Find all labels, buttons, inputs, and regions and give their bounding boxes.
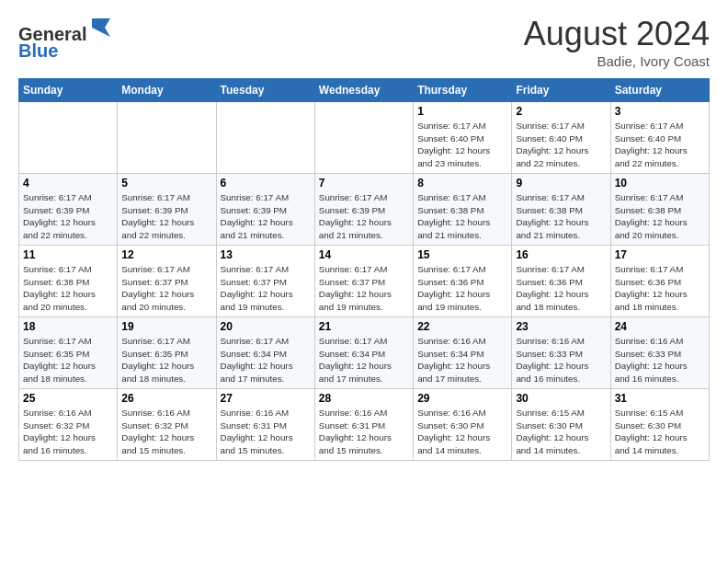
location-subtitle: Badie, Ivory Coast: [524, 53, 710, 69]
day-info: Sunrise: 6:17 AMSunset: 6:35 PMDaylight:…: [121, 335, 211, 385]
day-number: 27: [221, 392, 311, 405]
day-info: Sunrise: 6:16 AMSunset: 6:32 PMDaylight:…: [23, 407, 113, 457]
svg-marker-0: [92, 18, 110, 37]
table-row: 15Sunrise: 6:17 AMSunset: 6:36 PMDayligh…: [414, 246, 512, 317]
day-info: Sunrise: 6:17 AMSunset: 6:36 PMDaylight:…: [516, 263, 606, 314]
day-info: Sunrise: 6:17 AMSunset: 6:39 PMDaylight:…: [319, 191, 409, 242]
table-row: 12Sunrise: 6:17 AMSunset: 6:37 PMDayligh…: [118, 246, 216, 317]
table-row: 1Sunrise: 6:17 AMSunset: 6:40 PMDaylight…: [414, 102, 512, 174]
table-row: 14Sunrise: 6:17 AMSunset: 6:37 PMDayligh…: [314, 246, 413, 317]
table-row: 18Sunrise: 6:17 AMSunset: 6:35 PMDayligh…: [19, 317, 118, 389]
day-number: 2: [516, 105, 606, 118]
header-monday: Monday: [118, 79, 216, 102]
table-row: 25Sunrise: 6:16 AMSunset: 6:32 PMDayligh…: [19, 389, 118, 461]
day-number: 26: [121, 392, 211, 405]
day-info: Sunrise: 6:17 AMSunset: 6:38 PMDaylight:…: [417, 191, 507, 242]
day-info: Sunrise: 6:17 AMSunset: 6:36 PMDaylight:…: [615, 263, 705, 314]
table-row: 16Sunrise: 6:17 AMSunset: 6:36 PMDayligh…: [512, 246, 610, 317]
day-number: 20: [221, 320, 311, 333]
header-sunday: Sunday: [19, 79, 118, 102]
day-info: Sunrise: 6:17 AMSunset: 6:39 PMDaylight:…: [221, 191, 311, 242]
day-info: Sunrise: 6:15 AMSunset: 6:30 PMDaylight:…: [615, 407, 705, 457]
table-row: 13Sunrise: 6:17 AMSunset: 6:37 PMDayligh…: [216, 246, 314, 317]
table-row: 17Sunrise: 6:17 AMSunset: 6:36 PMDayligh…: [610, 246, 709, 317]
table-row: 19Sunrise: 6:17 AMSunset: 6:35 PMDayligh…: [118, 317, 216, 389]
day-number: 6: [221, 177, 311, 190]
table-row: 21Sunrise: 6:17 AMSunset: 6:34 PMDayligh…: [314, 317, 413, 389]
day-info: Sunrise: 6:17 AMSunset: 6:40 PMDaylight:…: [615, 120, 705, 170]
week-row-4: 18Sunrise: 6:17 AMSunset: 6:35 PMDayligh…: [19, 317, 710, 389]
weekday-header-row: Sunday Monday Tuesday Wednesday Thursday…: [19, 79, 710, 102]
header-wednesday: Wednesday: [314, 79, 413, 102]
day-number: 21: [319, 320, 409, 333]
table-row: 26Sunrise: 6:16 AMSunset: 6:32 PMDayligh…: [118, 389, 216, 461]
table-row: 27Sunrise: 6:16 AMSunset: 6:31 PMDayligh…: [216, 389, 314, 461]
day-info: Sunrise: 6:16 AMSunset: 6:31 PMDaylight:…: [221, 407, 311, 457]
week-row-2: 4Sunrise: 6:17 AMSunset: 6:39 PMDaylight…: [19, 174, 710, 246]
day-number: 31: [615, 392, 705, 405]
logo-flag-icon: [88, 15, 114, 40]
day-info: Sunrise: 6:16 AMSunset: 6:30 PMDaylight:…: [417, 407, 507, 457]
table-row: [19, 102, 118, 174]
week-row-1: 1Sunrise: 6:17 AMSunset: 6:40 PMDaylight…: [19, 102, 710, 174]
day-info: Sunrise: 6:17 AMSunset: 6:38 PMDaylight:…: [23, 263, 113, 314]
table-row: 30Sunrise: 6:15 AMSunset: 6:30 PMDayligh…: [512, 389, 610, 461]
day-number: 15: [417, 248, 507, 261]
table-row: 2Sunrise: 6:17 AMSunset: 6:40 PMDaylight…: [512, 102, 610, 174]
header-thursday: Thursday: [414, 79, 512, 102]
table-row: 8Sunrise: 6:17 AMSunset: 6:38 PMDaylight…: [414, 174, 512, 246]
table-row: 24Sunrise: 6:16 AMSunset: 6:33 PMDayligh…: [610, 317, 709, 389]
day-number: 14: [319, 248, 409, 261]
day-number: 11: [23, 248, 113, 261]
day-info: Sunrise: 6:17 AMSunset: 6:39 PMDaylight:…: [23, 191, 113, 242]
day-info: Sunrise: 6:17 AMSunset: 6:38 PMDaylight:…: [615, 191, 705, 242]
day-info: Sunrise: 6:17 AMSunset: 6:40 PMDaylight:…: [516, 120, 606, 170]
day-number: 3: [615, 105, 705, 118]
day-number: 24: [615, 320, 705, 333]
week-row-3: 11Sunrise: 6:17 AMSunset: 6:38 PMDayligh…: [19, 246, 710, 317]
day-info: Sunrise: 6:17 AMSunset: 6:34 PMDaylight:…: [221, 335, 311, 385]
title-block: August 2024 Badie, Ivory Coast: [524, 15, 710, 69]
page: General Blue August 2024 Badie, Ivory Co…: [0, 0, 728, 470]
day-number: 18: [23, 320, 113, 333]
day-info: Sunrise: 6:16 AMSunset: 6:34 PMDaylight:…: [417, 335, 507, 385]
day-info: Sunrise: 6:17 AMSunset: 6:37 PMDaylight:…: [221, 263, 311, 314]
logo: General Blue: [18, 15, 114, 62]
day-info: Sunrise: 6:17 AMSunset: 6:39 PMDaylight:…: [121, 191, 211, 242]
table-row: [216, 102, 314, 174]
day-info: Sunrise: 6:17 AMSunset: 6:38 PMDaylight:…: [516, 191, 606, 242]
day-info: Sunrise: 6:16 AMSunset: 6:33 PMDaylight:…: [516, 335, 606, 385]
day-info: Sunrise: 6:15 AMSunset: 6:30 PMDaylight:…: [516, 407, 606, 457]
table-row: 7Sunrise: 6:17 AMSunset: 6:39 PMDaylight…: [314, 174, 413, 246]
day-info: Sunrise: 6:17 AMSunset: 6:35 PMDaylight:…: [23, 335, 113, 385]
table-row: 5Sunrise: 6:17 AMSunset: 6:39 PMDaylight…: [118, 174, 216, 246]
day-info: Sunrise: 6:17 AMSunset: 6:37 PMDaylight:…: [319, 263, 409, 314]
day-number: 19: [121, 320, 211, 333]
table-row: 23Sunrise: 6:16 AMSunset: 6:33 PMDayligh…: [512, 317, 610, 389]
day-number: 25: [23, 392, 113, 405]
day-number: 23: [516, 320, 606, 333]
table-row: 9Sunrise: 6:17 AMSunset: 6:38 PMDaylight…: [512, 174, 610, 246]
day-info: Sunrise: 6:17 AMSunset: 6:40 PMDaylight:…: [417, 120, 507, 170]
table-row: 20Sunrise: 6:17 AMSunset: 6:34 PMDayligh…: [216, 317, 314, 389]
table-row: [314, 102, 413, 174]
table-row: 3Sunrise: 6:17 AMSunset: 6:40 PMDaylight…: [610, 102, 709, 174]
calendar-table: Sunday Monday Tuesday Wednesday Thursday…: [18, 78, 710, 461]
week-row-5: 25Sunrise: 6:16 AMSunset: 6:32 PMDayligh…: [19, 389, 710, 461]
day-number: 10: [615, 177, 705, 190]
day-number: 30: [516, 392, 606, 405]
day-number: 22: [417, 320, 507, 333]
table-row: 29Sunrise: 6:16 AMSunset: 6:30 PMDayligh…: [414, 389, 512, 461]
table-row: 11Sunrise: 6:17 AMSunset: 6:38 PMDayligh…: [19, 246, 118, 317]
table-row: 31Sunrise: 6:15 AMSunset: 6:30 PMDayligh…: [610, 389, 709, 461]
day-number: 4: [23, 177, 113, 190]
day-number: 9: [516, 177, 606, 190]
day-info: Sunrise: 6:17 AMSunset: 6:34 PMDaylight:…: [319, 335, 409, 385]
day-info: Sunrise: 6:17 AMSunset: 6:36 PMDaylight:…: [417, 263, 507, 314]
day-number: 8: [417, 177, 507, 190]
day-info: Sunrise: 6:16 AMSunset: 6:32 PMDaylight:…: [121, 407, 211, 457]
table-row: 10Sunrise: 6:17 AMSunset: 6:38 PMDayligh…: [610, 174, 709, 246]
header-friday: Friday: [512, 79, 610, 102]
day-number: 5: [121, 177, 211, 190]
header-saturday: Saturday: [610, 79, 709, 102]
